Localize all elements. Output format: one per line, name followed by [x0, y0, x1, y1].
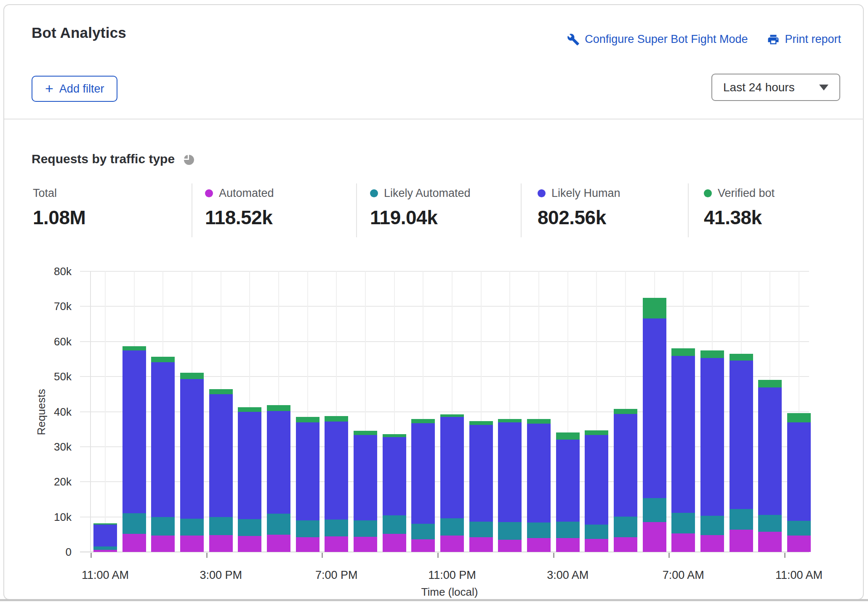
chart-bar-24[interactable]	[758, 380, 782, 552]
bar-segment-likely-human[interactable]	[325, 422, 348, 520]
chart-bar-7[interactable]	[267, 405, 290, 552]
chart-bar-20[interactable]	[643, 298, 666, 552]
chart-bar-11[interactable]	[383, 434, 406, 552]
chart-bar-15[interactable]	[498, 419, 522, 552]
bar-segment-likely-human[interactable]	[527, 424, 551, 522]
chart-bar-18[interactable]	[585, 430, 608, 552]
bar-segment-verified-bot[interactable]	[469, 421, 493, 425]
bar-segment-automated[interactable]	[730, 530, 753, 552]
bar-segment-automated[interactable]	[383, 534, 406, 552]
bar-segment-verified-bot[interactable]	[267, 405, 290, 411]
bar-segment-likely-human[interactable]	[93, 525, 117, 547]
bar-segment-likely-automated[interactable]	[209, 517, 233, 535]
bar-segment-likely-automated[interactable]	[758, 515, 782, 532]
chart-bar-21[interactable]	[671, 348, 695, 552]
bar-segment-likely-automated[interactable]	[354, 520, 377, 537]
bar-segment-automated[interactable]	[643, 522, 666, 552]
bar-segment-likely-automated[interactable]	[267, 514, 290, 535]
bar-segment-likely-automated[interactable]	[180, 519, 204, 536]
bar-segment-likely-automated[interactable]	[151, 517, 175, 535]
chart-bar-1[interactable]	[93, 523, 117, 552]
bar-segment-automated[interactable]	[700, 535, 724, 552]
bar-segment-verified-bot[interactable]	[238, 407, 261, 412]
bar-segment-automated[interactable]	[238, 536, 261, 552]
bar-segment-likely-human[interactable]	[643, 318, 666, 499]
bar-segment-likely-human[interactable]	[122, 350, 146, 514]
bar-segment-verified-bot[interactable]	[527, 419, 551, 424]
bar-segment-automated[interactable]	[585, 539, 608, 552]
bar-segment-likely-automated[interactable]	[469, 522, 493, 537]
bar-segment-automated[interactable]	[440, 536, 464, 552]
bar-segment-automated[interactable]	[180, 536, 204, 552]
bar-segment-automated[interactable]	[267, 535, 290, 552]
bar-segment-verified-bot[interactable]	[758, 380, 782, 387]
chart-bar-4[interactable]	[180, 373, 204, 552]
bar-segment-automated[interactable]	[325, 536, 348, 552]
bar-segment-likely-human[interactable]	[180, 379, 204, 519]
bar-segment-likely-human[interactable]	[383, 437, 406, 515]
bar-segment-automated[interactable]	[758, 532, 782, 552]
bar-segment-likely-automated[interactable]	[556, 522, 580, 538]
bar-segment-likely-automated[interactable]	[527, 522, 551, 538]
bar-segment-likely-human[interactable]	[585, 435, 608, 525]
chart-bar-23[interactable]	[730, 354, 753, 552]
bar-segment-verified-bot[interactable]	[151, 357, 175, 362]
chart-bar-9[interactable]	[325, 416, 348, 552]
chart-bar-19[interactable]	[614, 409, 637, 552]
bar-segment-automated[interactable]	[354, 537, 377, 552]
bar-segment-likely-human[interactable]	[209, 394, 233, 517]
time-range-dropdown[interactable]: Last 24 hours	[711, 74, 840, 101]
bar-segment-likely-automated[interactable]	[296, 520, 320, 537]
bar-segment-likely-human[interactable]	[614, 414, 637, 517]
bar-segment-verified-bot[interactable]	[498, 419, 522, 422]
bar-segment-likely-human[interactable]	[469, 425, 493, 522]
bar-segment-likely-automated[interactable]	[498, 522, 522, 540]
chart-bar-22[interactable]	[700, 350, 724, 552]
bar-segment-verified-bot[interactable]	[787, 413, 811, 422]
chart-bar-14[interactable]	[469, 421, 493, 552]
bar-segment-automated[interactable]	[151, 536, 175, 552]
bar-segment-likely-automated[interactable]	[383, 515, 406, 533]
bar-segment-automated[interactable]	[787, 536, 811, 552]
chart-bar-2[interactable]	[122, 346, 146, 552]
bar-segment-verified-bot[interactable]	[354, 431, 377, 435]
bar-segment-likely-human[interactable]	[440, 417, 464, 518]
bar-segment-likely-human[interactable]	[787, 422, 811, 521]
bar-segment-likely-human[interactable]	[556, 440, 580, 522]
bar-segment-verified-bot[interactable]	[614, 409, 637, 414]
bar-segment-likely-automated[interactable]	[238, 519, 261, 536]
chart-bar-12[interactable]	[411, 419, 435, 552]
bar-segment-likely-human[interactable]	[498, 422, 522, 522]
bar-segment-likely-automated[interactable]	[325, 520, 348, 536]
chart-bar-25[interactable]	[787, 413, 811, 552]
bar-segment-verified-bot[interactable]	[180, 373, 204, 379]
bar-segment-likely-human[interactable]	[730, 361, 753, 509]
bar-segment-verified-bot[interactable]	[730, 354, 753, 361]
bar-segment-likely-automated[interactable]	[671, 513, 695, 533]
bar-segment-likely-human[interactable]	[354, 435, 377, 520]
bar-segment-likely-automated[interactable]	[122, 513, 146, 533]
bar-segment-automated[interactable]	[671, 533, 695, 552]
bar-segment-verified-bot[interactable]	[411, 419, 435, 423]
bar-segment-likely-automated[interactable]	[700, 516, 724, 535]
bar-segment-likely-human[interactable]	[411, 423, 435, 524]
bar-segment-verified-bot[interactable]	[700, 350, 724, 358]
chart-bar-5[interactable]	[209, 389, 233, 552]
bar-segment-verified-bot[interactable]	[671, 348, 695, 356]
configure-super-bot-fight-mode-link[interactable]: Configure Super Bot Fight Mode	[567, 33, 748, 46]
chart-bar-10[interactable]	[354, 431, 377, 552]
print-report-link[interactable]: Print report	[767, 33, 841, 46]
bar-segment-automated[interactable]	[469, 537, 493, 552]
bar-segment-automated[interactable]	[296, 537, 320, 552]
bar-segment-likely-automated[interactable]	[787, 521, 811, 536]
bar-segment-automated[interactable]	[122, 534, 146, 552]
bar-segment-automated[interactable]	[527, 538, 551, 552]
bar-segment-automated[interactable]	[411, 539, 435, 552]
bar-segment-automated[interactable]	[93, 550, 117, 552]
bar-segment-automated[interactable]	[614, 537, 637, 552]
bar-segment-verified-bot[interactable]	[383, 434, 406, 438]
bar-segment-likely-human[interactable]	[671, 356, 695, 513]
chart-bar-6[interactable]	[238, 407, 261, 552]
bar-segment-likely-human[interactable]	[758, 387, 782, 515]
bar-segment-verified-bot[interactable]	[643, 298, 666, 318]
